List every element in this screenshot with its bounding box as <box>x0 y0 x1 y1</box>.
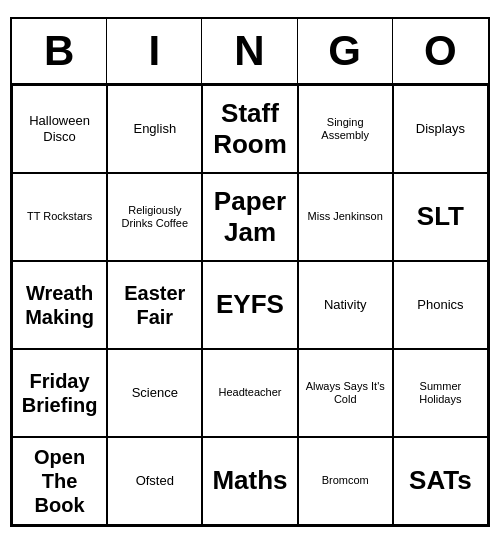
bingo-cell: Singing Assembly <box>298 85 393 173</box>
bingo-cell: Summer Holidays <box>393 349 488 437</box>
bingo-grid: Halloween DiscoEnglishStaff RoomSinging … <box>12 85 488 525</box>
bingo-cell: Paper Jam <box>202 173 297 261</box>
bingo-letter: I <box>107 19 202 83</box>
bingo-cell: Religiously Drinks Coffee <box>107 173 202 261</box>
bingo-cell: Always Says It's Cold <box>298 349 393 437</box>
bingo-cell: SATs <box>393 437 488 525</box>
bingo-cell: Displays <box>393 85 488 173</box>
bingo-cell: SLT <box>393 173 488 261</box>
bingo-cell: English <box>107 85 202 173</box>
bingo-cell: EYFS <box>202 261 297 349</box>
bingo-cell: Nativity <box>298 261 393 349</box>
bingo-letter: N <box>202 19 297 83</box>
bingo-cell: Phonics <box>393 261 488 349</box>
bingo-cell: Wreath Making <box>12 261 107 349</box>
bingo-cell: Ofsted <box>107 437 202 525</box>
bingo-cell: Staff Room <box>202 85 297 173</box>
bingo-cell: Friday Briefing <box>12 349 107 437</box>
bingo-cell: Bromcom <box>298 437 393 525</box>
bingo-cell: Maths <box>202 437 297 525</box>
bingo-letter: B <box>12 19 107 83</box>
bingo-cell: Easter Fair <box>107 261 202 349</box>
bingo-cell: Halloween Disco <box>12 85 107 173</box>
bingo-header: BINGO <box>12 19 488 85</box>
bingo-card: BINGO Halloween DiscoEnglishStaff RoomSi… <box>10 17 490 527</box>
bingo-cell: Headteacher <box>202 349 297 437</box>
bingo-cell: TT Rockstars <box>12 173 107 261</box>
bingo-letter: G <box>298 19 393 83</box>
bingo-cell: Miss Jenkinson <box>298 173 393 261</box>
bingo-letter: O <box>393 19 488 83</box>
bingo-cell: Open The Book <box>12 437 107 525</box>
bingo-cell: Science <box>107 349 202 437</box>
